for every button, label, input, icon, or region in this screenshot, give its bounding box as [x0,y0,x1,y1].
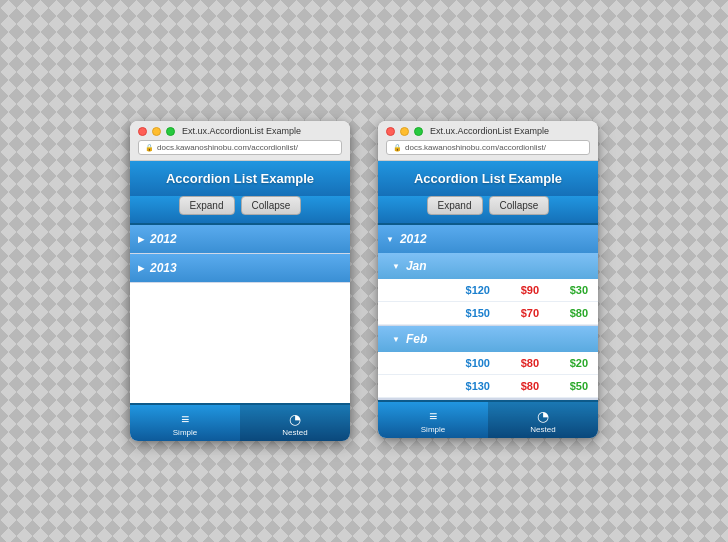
phones-container: Ext.ux.AccordionList Example 🔒 docs.kawa… [130,121,598,441]
accordion-header-2013-left[interactable]: ▶ 2013 [130,254,350,282]
accordion-header-2012-right[interactable]: ▼ 2012 [378,225,598,253]
accordion-group-2012-left: ▶ 2012 [130,225,350,254]
feb-row-2: $130 $80 $50 [378,375,598,398]
jan-row2-col2: $70 [504,307,539,319]
simple-icon-left: ≡ [181,411,189,427]
accordion-header-jan[interactable]: ▼ Jan [378,253,598,279]
feb-row1-col2: $80 [504,357,539,369]
accordion-label-2012-right: 2012 [400,232,427,246]
nested-label-left: Nested [282,428,307,437]
jan-row1-col2: $90 [504,284,539,296]
url-icon-right: 🔒 [393,144,402,152]
maximize-button[interactable] [166,127,175,136]
accordion-label-2012-left: 2012 [150,232,177,246]
traffic-lights-right: Ext.ux.AccordionList Example [386,126,590,136]
traffic-lights: Ext.ux.AccordionList Example [138,126,342,136]
maximize-button-right[interactable] [414,127,423,136]
phone-left: Ext.ux.AccordionList Example 🔒 docs.kawa… [130,121,350,441]
minimize-button-right[interactable] [400,127,409,136]
nested-icon-right: ◔ [537,408,549,424]
expand-button-left[interactable]: Expand [179,196,235,215]
accordion-subgroup-feb: ▼ Feb $100 $80 $20 $130 $80 $50 [378,326,598,399]
footer-left: ≡ Simple ◔ Nested [130,403,350,441]
app-title-left: Accordion List Example [138,171,342,186]
jan-row2-col1: $150 [455,307,490,319]
url-icon: 🔒 [145,144,154,152]
simple-label-left: Simple [173,428,197,437]
jan-row-2: $150 $70 $80 [378,302,598,325]
accordion-list-right: ▼ 2012 ▼ Jan $120 $90 $30 $150 [378,225,598,400]
accordion-group-2012-right: ▼ 2012 ▼ Jan $120 $90 $30 $150 [378,225,598,400]
collapse-button-left[interactable]: Collapse [241,196,302,215]
jan-row1-col1: $120 [455,284,490,296]
arrow-icon-2012-right: ▼ [386,235,394,244]
nested-label-right: Nested [530,425,555,434]
close-button-right[interactable] [386,127,395,136]
toolbar-right: Expand Collapse [378,196,598,225]
url-text: docs.kawanoshinobu.com/accordionlist/ [157,143,298,152]
feb-row2-col1: $130 [455,380,490,392]
url-bar-left[interactable]: 🔒 docs.kawanoshinobu.com/accordionlist/ [138,140,342,155]
accordion-label-jan: Jan [406,259,427,273]
feb-row1-col3: $20 [553,357,588,369]
app-title-right: Accordion List Example [386,171,590,186]
app-header-right: Accordion List Example [378,161,598,196]
footer-tab-nested-right[interactable]: ◔ Nested [488,402,598,438]
minimize-button[interactable] [152,127,161,136]
simple-icon-right: ≡ [429,408,437,424]
arrow-icon-feb: ▼ [392,335,400,344]
footer-right: ≡ Simple ◔ Nested [378,400,598,438]
phone-right-titlebar: Ext.ux.AccordionList Example 🔒 docs.kawa… [378,121,598,161]
arrow-icon-jan: ▼ [392,262,400,271]
accordion-group-2013-left: ▶ 2013 [130,254,350,283]
feb-row1-col1: $100 [455,357,490,369]
footer-tab-simple-left[interactable]: ≡ Simple [130,405,240,441]
arrow-icon-2012-left: ▶ [138,235,144,244]
jan-row2-col3: $80 [553,307,588,319]
app-header-left: Accordion List Example [130,161,350,196]
jan-row1-col3: $30 [553,284,588,296]
accordion-list-left: ▶ 2012 ▶ 2013 [130,225,350,403]
tab-title: Ext.ux.AccordionList Example [182,126,301,136]
simple-label-right: Simple [421,425,445,434]
feb-row2-col3: $50 [553,380,588,392]
footer-tab-nested-left[interactable]: ◔ Nested [240,405,350,441]
nested-icon-left: ◔ [289,411,301,427]
phone-left-titlebar: Ext.ux.AccordionList Example 🔒 docs.kawa… [130,121,350,161]
url-text-right: docs.kawanoshinobu.com/accordionlist/ [405,143,546,152]
feb-row2-col2: $80 [504,380,539,392]
accordion-subgroup-jan: ▼ Jan $120 $90 $30 $150 $70 $80 [378,253,598,326]
feb-row-1: $100 $80 $20 [378,352,598,375]
jan-row-1: $120 $90 $30 [378,279,598,302]
footer-tab-simple-right[interactable]: ≡ Simple [378,402,488,438]
close-button[interactable] [138,127,147,136]
accordion-header-feb[interactable]: ▼ Feb [378,326,598,352]
url-bar-right[interactable]: 🔒 docs.kawanoshinobu.com/accordionlist/ [386,140,590,155]
phone-right: Ext.ux.AccordionList Example 🔒 docs.kawa… [378,121,598,438]
accordion-label-feb: Feb [406,332,427,346]
tab-title-right: Ext.ux.AccordionList Example [430,126,549,136]
accordion-label-2013-left: 2013 [150,261,177,275]
arrow-icon-2013-left: ▶ [138,264,144,273]
expand-button-right[interactable]: Expand [427,196,483,215]
accordion-header-2012-left[interactable]: ▶ 2012 [130,225,350,253]
toolbar-left: Expand Collapse [130,196,350,225]
empty-content-left [130,283,350,403]
collapse-button-right[interactable]: Collapse [489,196,550,215]
